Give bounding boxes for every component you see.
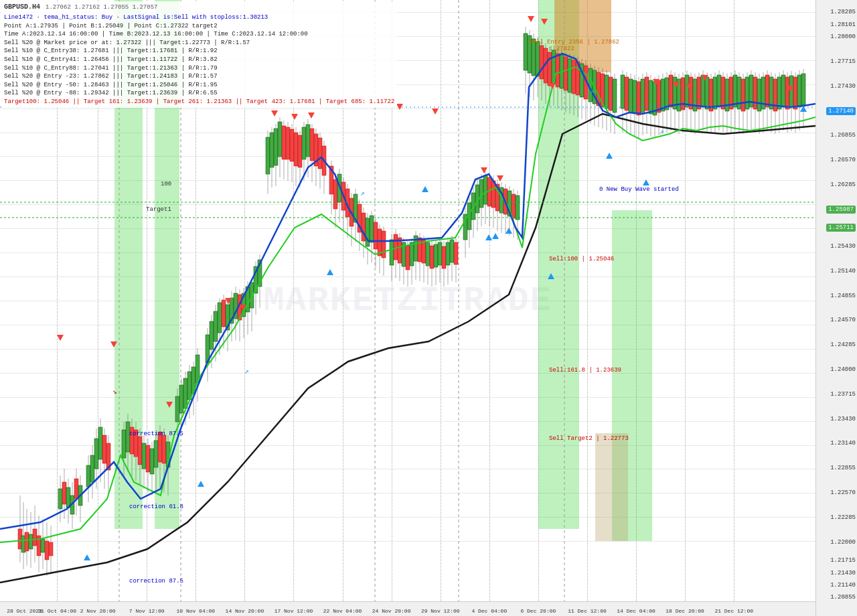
svg-rect-195 — [450, 240, 454, 262]
time-dec18: 18 Dec 20:00 — [666, 608, 704, 614]
svg-rect-107 — [266, 137, 270, 174]
right-arrow-blue-4: ↗ — [659, 127, 664, 136]
sell-entry2-label: 1.27822 — [549, 46, 574, 52]
svg-rect-235 — [540, 46, 544, 79]
svg-rect-339 — [753, 77, 757, 109]
time-nov7: 7 Nov 12:00 — [129, 608, 165, 614]
sell-target2-label: Sell Target2 | 1.22773 — [549, 435, 629, 442]
svg-rect-249 — [568, 59, 572, 92]
price-1.26855: 1.26855 — [830, 132, 856, 139]
svg-rect-9 — [33, 529, 37, 546]
svg-rect-255 — [580, 64, 584, 97]
svg-rect-33 — [90, 455, 94, 482]
svg-rect-131 — [314, 134, 318, 166]
time-dec21: 21 Dec 12:00 — [714, 608, 753, 614]
price-1.21715: 1.21715 — [830, 557, 856, 564]
time-nov2: 2 Nov 20:00 — [80, 608, 116, 614]
svg-rect-41 — [106, 443, 110, 470]
svg-rect-213 — [491, 181, 495, 208]
sell-161-label: Sell:161.8 | 1.23639 — [549, 367, 621, 374]
ohlc: 1.27062 1.27162 1.27055 1.27057 — [46, 3, 157, 12]
svg-rect-279 — [633, 80, 637, 114]
price-1.25711: 1.25711 — [826, 224, 856, 232]
svg-rect-89 — [226, 305, 230, 330]
price-1.20855: 1.20855 — [830, 594, 856, 601]
svg-rect-29 — [78, 485, 82, 506]
target1-label: Target1 — [146, 206, 171, 213]
time-nov17: 17 Nov 12:00 — [275, 608, 313, 614]
svg-rect-189 — [438, 242, 442, 265]
svg-rect-69 — [179, 385, 183, 413]
time-nov24: 24 Nov 20:00 — [372, 608, 411, 614]
sell-100-label: Sell:100 | 1.25046 — [549, 256, 614, 262]
svg-rect-337 — [749, 75, 753, 107]
svg-rect-129 — [310, 129, 314, 161]
svg-rect-169 — [398, 238, 402, 263]
svg-rect-105 — [258, 260, 262, 287]
svg-rect-225 — [516, 196, 520, 220]
price-1.23430: 1.23430 — [830, 416, 856, 422]
svg-rect-307 — [689, 77, 693, 109]
svg-rect-67 — [175, 396, 179, 422]
buy-wave-label: 0 New Buy Wave started — [599, 186, 679, 193]
svg-rect-355 — [785, 77, 789, 109]
buy-arrow-2 — [198, 481, 204, 487]
svg-rect-317 — [709, 79, 713, 111]
sell-arrow-9 — [396, 104, 403, 110]
sell-arrow-19 — [702, 75, 708, 81]
svg-rect-315 — [705, 77, 709, 109]
svg-rect-253 — [576, 62, 580, 95]
svg-rect-75 — [191, 367, 196, 394]
svg-rect-139 — [333, 179, 337, 209]
svg-rect-59 — [154, 441, 158, 467]
svg-rect-353 — [781, 75, 785, 107]
sell-arrow-15 — [549, 83, 556, 89]
info-line1: Line1472 · tema_h1_status: Buy · LastSig… — [4, 13, 394, 22]
price-1.21140: 1.21140 — [830, 582, 856, 589]
buy-arrow-8 — [548, 273, 554, 279]
svg-rect-289 — [653, 82, 657, 115]
svg-rect-13 — [41, 539, 45, 552]
svg-rect-267 — [605, 75, 609, 108]
svg-rect-151 — [358, 204, 362, 232]
svg-rect-7 — [29, 534, 33, 549]
svg-rect-19 — [58, 489, 62, 509]
price-current: 1.27140 — [826, 107, 856, 115]
info-line7: Sell %10 @ C_Entry88: 1.27041 ||| Target… — [4, 64, 394, 73]
svg-rect-57 — [150, 449, 154, 474]
info-line10: Sell %20 @ Entry -88: 1.29342 ||| Target… — [4, 89, 394, 98]
info-line8: Sell %20 @ Entry -23: 1.27862 ||| Target… — [4, 72, 394, 81]
right-arrow-blue-1: ↗ — [244, 367, 249, 376]
price-1.24000: 1.24000 — [830, 366, 856, 373]
svg-rect-135 — [322, 146, 326, 175]
svg-rect-191 — [442, 246, 446, 268]
time-dec14: 14 Dec 04:00 — [617, 608, 655, 614]
buy-arrow-4 — [422, 186, 428, 192]
svg-rect-109 — [270, 133, 274, 167]
info-line5: Sell %10 @ C_Entry38: 1.27681 ||| Target… — [4, 47, 394, 56]
svg-rect-51 — [138, 437, 142, 465]
svg-rect-217 — [499, 187, 503, 213]
svg-rect-173 — [406, 246, 410, 270]
price-1.21430: 1.21430 — [830, 570, 856, 576]
price-1.25430: 1.25430 — [830, 243, 856, 250]
svg-rect-247 — [564, 57, 568, 90]
svg-rect-193 — [446, 242, 450, 265]
svg-rect-71 — [183, 378, 187, 408]
right-arrow-blue-2: ↗ — [360, 189, 365, 198]
price-1.26285: 1.26285 — [830, 181, 856, 188]
svg-rect-43 — [122, 430, 126, 458]
svg-rect-215 — [495, 184, 499, 211]
info-line11: Target100: 1.25046 || Target 161: 1.2363… — [4, 98, 394, 106]
svg-rect-187 — [434, 244, 438, 267]
svg-rect-79 — [206, 335, 210, 363]
info-line3: Time A:2023.12.14 16:00:00 | Time B:2023… — [4, 30, 394, 39]
buy-arrow-9 — [606, 153, 613, 159]
price-1.27715: 1.27715 — [830, 58, 856, 65]
svg-rect-63 — [162, 435, 166, 463]
svg-rect-341 — [757, 79, 761, 111]
svg-rect-349 — [773, 79, 777, 111]
svg-rect-81 — [210, 321, 214, 350]
svg-rect-297 — [669, 75, 673, 107]
price-1.22000: 1.22000 — [830, 539, 856, 546]
